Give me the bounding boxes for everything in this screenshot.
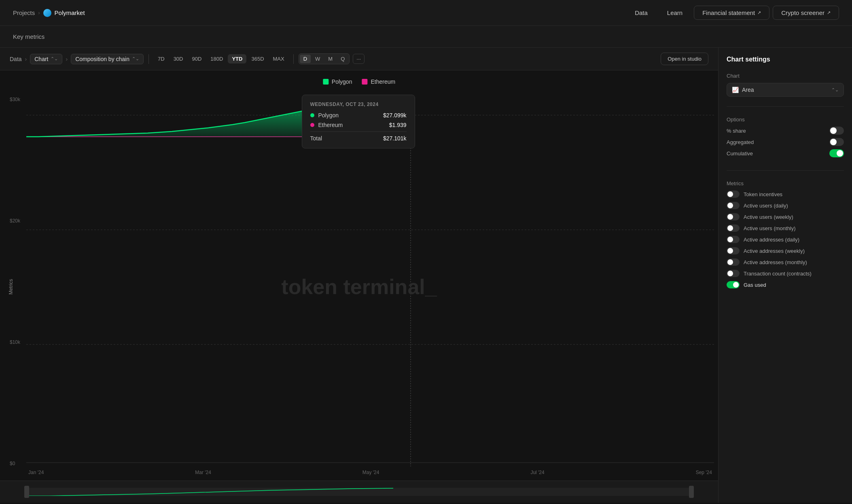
toolbar-divider-2 — [293, 54, 294, 64]
y-tick-10k: $10k — [10, 339, 20, 345]
chart-legend: Polygon Ethereum — [323, 78, 395, 85]
time-ytd[interactable]: YTD — [228, 54, 246, 64]
x-axis: Jan '24 Mar '24 May '24 Jul '24 Sep '24 — [28, 470, 712, 475]
chart-type-left: 📈 Area — [732, 87, 754, 93]
tooltip-polygon-row: Polygon $27.099k — [310, 112, 407, 119]
composition-label: Composition by chain — [75, 56, 129, 62]
nav-handle-left[interactable] — [24, 486, 29, 498]
tooltip-ethereum-label: Ethereum — [318, 122, 385, 128]
chart-type-label: Area — [742, 87, 754, 93]
active-addresses-daily-toggle[interactable] — [727, 236, 740, 243]
y-tick-30k: $30k — [10, 97, 20, 102]
polygon-label: Polygon — [332, 78, 352, 85]
cumulative-toggle[interactable] — [829, 149, 844, 157]
chart-select-arrow: ⌃⌄ — [51, 56, 58, 61]
section-divider-2 — [727, 170, 844, 171]
key-metrics-bar: Key metrics — [0, 26, 852, 48]
gran-m[interactable]: M — [324, 55, 336, 63]
active-addresses-monthly-label: Active addresses (monthly) — [744, 259, 844, 265]
area-chart-icon: 📈 — [732, 87, 739, 93]
tooltip-polygon-value: $27.099k — [383, 112, 407, 119]
legend-polygon: Polygon — [323, 78, 352, 85]
polygon-color-swatch — [323, 79, 329, 85]
metric-transaction-count: Transaction count (contracts) — [727, 270, 844, 277]
data-button[interactable]: Data — [627, 6, 656, 19]
toolbar-sep-2: › — [66, 56, 68, 62]
x-tick-mar: Mar '24 — [195, 470, 211, 475]
toolbar-divider-1 — [148, 54, 149, 64]
cumulative-label: Cumulative — [727, 150, 753, 157]
chart-toolbar: Data › Chart ⌃⌄ › Composition by chain ⌃… — [0, 48, 718, 70]
projects-link[interactable]: Projects — [13, 9, 35, 16]
percent-share-label: % share — [727, 128, 746, 134]
metrics-section: Metrics Token incentives Active users (d… — [727, 180, 844, 292]
active-users-monthly-toggle[interactable] — [727, 224, 740, 232]
percent-share-row: % share — [727, 127, 844, 135]
x-tick-sep: Sep '24 — [696, 470, 712, 475]
aggregated-toggle[interactable] — [829, 138, 844, 146]
token-incentives-toggle[interactable] — [727, 191, 740, 198]
chart-type-dropdown[interactable]: 📈 Area ⌃⌄ — [727, 83, 844, 97]
nav-right: Data Learn Financial statement ↗ Crypto … — [627, 6, 839, 20]
transaction-count-label: Transaction count (contracts) — [744, 271, 844, 277]
nav-mini-chart — [29, 488, 689, 496]
x-tick-may: May '24 — [362, 470, 379, 475]
chart-select-label: Chart — [34, 56, 48, 62]
options-section: Options % share Aggregated Cumulative — [727, 116, 844, 161]
top-navigation: Projects › Polymarket Data Learn Financi… — [0, 0, 852, 26]
tooltip-ethereum-value: $1.939 — [389, 122, 407, 128]
time-7d[interactable]: 7D — [154, 54, 169, 64]
active-users-daily-toggle[interactable] — [727, 202, 740, 209]
active-addresses-weekly-toggle[interactable] — [727, 247, 740, 254]
time-90d[interactable]: 90D — [188, 54, 206, 64]
chart-type-select[interactable]: Chart ⌃⌄ — [30, 54, 62, 64]
open-in-studio-button[interactable]: Open in studio — [661, 53, 708, 65]
gran-d[interactable]: D — [300, 55, 311, 63]
time-180d[interactable]: 180D — [206, 54, 227, 64]
tooltip-total-label: Total — [310, 135, 322, 142]
tooltip-total-value: $27.101k — [383, 135, 407, 142]
financial-statement-button[interactable]: Financial statement ↗ — [694, 6, 769, 20]
aggregated-row: Aggregated — [727, 138, 844, 146]
ethereum-label: Ethereum — [371, 78, 395, 85]
active-addresses-monthly-toggle[interactable] — [727, 258, 740, 266]
y-tick-20k: $20k — [10, 218, 20, 224]
chart-tooltip: WEDNESDAY, OCT 23, 2024 Polygon $27.099k… — [302, 95, 415, 148]
tooltip-date: WEDNESDAY, OCT 23, 2024 — [310, 102, 407, 107]
gran-q[interactable]: Q — [337, 55, 348, 63]
legend-ethereum: Ethereum — [362, 78, 395, 85]
tooltip-divider — [310, 131, 407, 132]
nav-track[interactable] — [29, 488, 689, 496]
right-panel: Chart settings Chart 📈 Area ⌃⌄ Options %… — [718, 48, 852, 503]
polymarket-breadcrumb: Polymarket — [43, 9, 85, 17]
cumulative-row: Cumulative — [727, 149, 844, 157]
metric-active-addresses-daily: Active addresses (daily) — [727, 236, 844, 243]
composition-select[interactable]: Composition by chain ⌃⌄ — [71, 54, 144, 64]
metric-token-incentives: Token incentives — [727, 191, 844, 198]
aggregated-label: Aggregated — [727, 139, 754, 145]
tooltip-ethereum-dot — [310, 123, 314, 127]
tooltip-polygon-label: Polygon — [318, 112, 379, 119]
gas-used-toggle[interactable] — [727, 281, 740, 288]
granularity-buttons: D W M Q — [299, 53, 350, 64]
nav-handle-right[interactable] — [689, 486, 694, 498]
metric-gas-used: Gas used — [727, 281, 844, 288]
chart-content: Polygon Ethereum Metrics $30k $20k $10k … — [0, 70, 718, 503]
transaction-count-toggle[interactable] — [727, 270, 740, 277]
learn-button[interactable]: Learn — [659, 6, 691, 19]
time-365d[interactable]: 365D — [247, 54, 268, 64]
crypto-screener-button[interactable]: Crypto screener ↗ — [773, 6, 839, 20]
active-addresses-weekly-label: Active addresses (weekly) — [744, 248, 844, 254]
tooltip-polygon-dot — [310, 113, 314, 117]
active-users-weekly-toggle[interactable] — [727, 213, 740, 220]
token-incentives-label: Token incentives — [744, 191, 844, 197]
time-max[interactable]: MAX — [269, 54, 288, 64]
time-30d[interactable]: 30D — [170, 54, 187, 64]
percent-share-toggle[interactable] — [829, 127, 844, 135]
polymarket-label: Polymarket — [55, 9, 85, 16]
toolbar-data-label: Data — [10, 56, 22, 62]
gran-w[interactable]: W — [312, 55, 324, 63]
more-options-button[interactable]: ··· — [353, 54, 365, 64]
options-label: Options — [727, 116, 844, 123]
ethereum-color-swatch — [362, 79, 367, 85]
